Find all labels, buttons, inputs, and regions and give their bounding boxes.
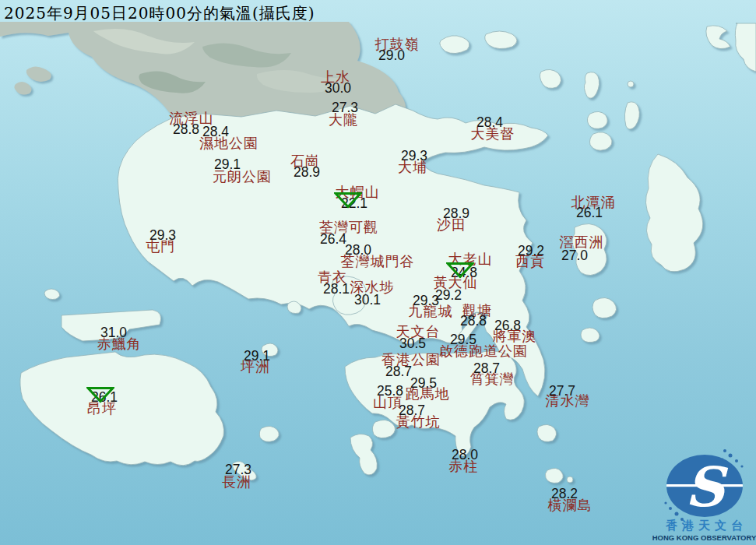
station-temperature: 29.3 — [149, 229, 176, 243]
station-temperature: 28.2 — [551, 487, 578, 501]
station-temperature: 31.0 — [100, 326, 127, 340]
station-temperature: 29.2 — [518, 244, 544, 258]
logo-name-zh: 香港天文台 — [652, 519, 756, 533]
station-temperature: 29.1 — [244, 350, 270, 364]
station-temperature: 28.0 — [452, 448, 478, 462]
station-temperature: 30.1 — [354, 294, 381, 308]
station-temperature: 26.4 — [320, 233, 346, 247]
station-temperature: 27.7 — [549, 385, 575, 399]
station-temperature: 26.1 — [576, 206, 603, 220]
station-temperature: 29.3 — [413, 294, 439, 308]
station-temperature: 28.7 — [473, 362, 500, 376]
temperature-map-page: S 2025年9月05日20時00分的氣溫(攝氏度) 打鼓嶺29.0上水30.0… — [0, 0, 756, 545]
station-temperature: 28.4 — [202, 125, 229, 139]
station-temperature: 28.7 — [399, 404, 425, 418]
station-temperature: 28.7 — [385, 365, 412, 379]
station-temperature: 30.5 — [399, 337, 426, 351]
station-temperature: 28.9 — [294, 166, 320, 180]
peak-triangle-icon — [86, 387, 114, 406]
station-temperature: 28.9 — [443, 207, 469, 221]
station-temperature: 27.3 — [332, 101, 358, 115]
station-temperature: 28.0 — [345, 244, 371, 258]
station-temperature: 26.8 — [494, 319, 521, 333]
station-temperature: 28.8 — [173, 123, 199, 137]
station-temperature: 28.4 — [476, 116, 503, 130]
page-title: 2025年9月05日20時00分的氣溫(攝氏度) — [4, 3, 315, 24]
station-temperature: 28.8 — [460, 315, 487, 329]
station-label-layer: 打鼓嶺29.0上水30.0大隴27.3流浮山28.8濕地公園28.4元朗公園29… — [0, 0, 756, 545]
station-temperature: 29.5 — [410, 377, 437, 391]
station-temperature: 29.2 — [435, 289, 462, 303]
peak-triangle-icon — [446, 262, 474, 282]
peak-triangle-icon — [334, 192, 362, 212]
hko-logo-captions: 香港天文台 HONG KONG OBSERVATORY — [652, 447, 756, 545]
station-temperature: 29.3 — [401, 149, 427, 164]
station-temperature: 25.8 — [377, 385, 403, 399]
station-temperature: 29.1 — [214, 158, 241, 172]
station-temperature: 27.3 — [225, 463, 251, 477]
station-temperature: 29.5 — [450, 333, 476, 347]
station-temperature: 29.0 — [378, 49, 405, 63]
station-temperature: 27.0 — [561, 249, 588, 263]
station-temperature: 30.0 — [325, 82, 351, 96]
logo-name-en: HONG KONG OBSERVATORY — [649, 533, 756, 542]
station-temperature: 28.1 — [323, 283, 350, 297]
